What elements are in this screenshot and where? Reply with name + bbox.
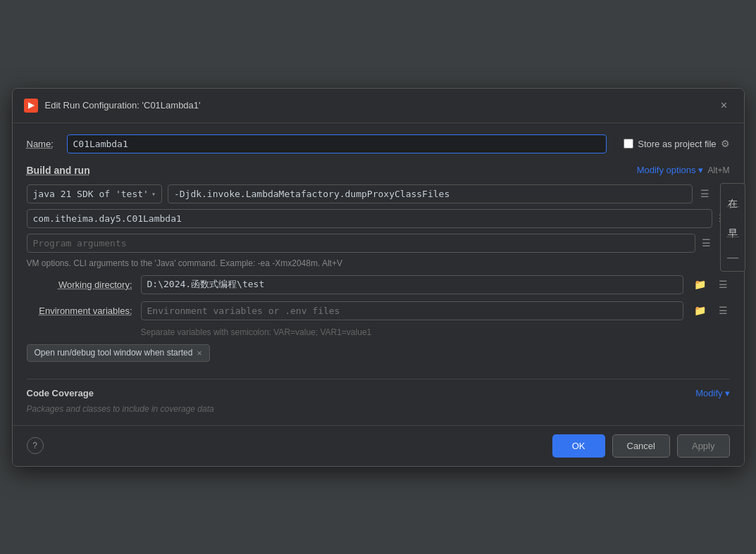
apply-button[interactable]: Apply <box>677 434 730 458</box>
sdk-selector[interactable]: java 21 SDK of 'test' ▾ <box>27 184 162 203</box>
store-row: Store as project file ⚙ <box>624 138 729 149</box>
side-text-1: 在 <box>726 191 739 192</box>
vm-options-list-icon[interactable]: ☰ <box>698 186 712 201</box>
side-panel: 在 早 — <box>720 183 745 272</box>
ok-button[interactable]: OK <box>552 434 605 458</box>
store-project-checkbox[interactable] <box>624 139 633 149</box>
dialog-footer: ? OK Cancel Apply <box>13 425 744 466</box>
gear-icon[interactable]: ⚙ <box>721 138 730 149</box>
working-dir-input[interactable] <box>141 275 683 294</box>
dialog-title: Edit Run Configuration: 'C01Lambda1' <box>45 100 709 111</box>
title-bar: ▶ Edit Run Configuration: 'C01Lambda1' × <box>13 89 744 123</box>
edit-run-config-dialog: ▶ Edit Run Configuration: 'C01Lambda1' ×… <box>12 88 745 467</box>
name-input[interactable] <box>67 134 607 153</box>
close-button[interactable]: × <box>716 97 733 114</box>
chevron-down-icon: ▾ <box>698 165 703 175</box>
modify-options-button[interactable]: Modify options ▾ <box>637 165 704 175</box>
modify-chevron-icon: ▾ <box>725 388 730 398</box>
divider <box>27 379 730 379</box>
env-vars-label: Environment variables: <box>27 306 132 316</box>
env-hint: Separate variables with semicolon: VAR=v… <box>141 327 730 337</box>
tag-close-button[interactable]: × <box>197 348 202 358</box>
code-coverage-title: Code Coverage <box>27 388 94 398</box>
program-args-row: ☰ ⤢ <box>27 234 730 253</box>
name-label: Name: <box>27 139 58 149</box>
open-tool-window-tag: Open run/debug tool window when started … <box>27 344 210 362</box>
side-minus-1: — <box>727 251 738 264</box>
build-run-header: Build and run Modify options ▾ Alt+M <box>27 165 730 176</box>
side-text-2: 早 <box>726 221 739 222</box>
name-row: Name: Store as project file ⚙ <box>27 134 730 153</box>
env-vars-row: Environment variables: 📁 ☰ <box>27 301 730 320</box>
vm-options-input[interactable] <box>168 184 693 203</box>
dialog-content: Name: Store as project file ⚙ Build and … <box>13 123 744 425</box>
app-icon: ▶ <box>24 99 38 113</box>
store-project-label: Store as project file <box>638 139 716 149</box>
working-dir-browse-icon[interactable]: 📁 <box>692 277 708 292</box>
main-class-input[interactable] <box>27 209 712 228</box>
modify-options-shortcut: Alt+M <box>707 165 729 175</box>
side-divider <box>726 206 739 207</box>
working-dir-row: Working directory: 📁 ☰ <box>27 275 730 294</box>
cancel-button[interactable]: Cancel <box>612 434 670 458</box>
working-dir-label: Working directory: <box>27 279 132 290</box>
main-class-row: ☰ <box>27 209 730 228</box>
packages-hint: Packages and classes to include in cover… <box>27 404 730 414</box>
footer-buttons: OK Cancel Apply <box>552 434 730 458</box>
code-coverage-modify-button[interactable]: Modify ▾ <box>695 388 729 398</box>
program-args-list-icon[interactable]: ☰ <box>700 235 713 251</box>
env-vars-browse-icon[interactable]: 📁 <box>692 303 708 318</box>
modify-options-area: Modify options ▾ Alt+M <box>637 165 730 175</box>
side-divider-2 <box>726 237 739 237</box>
build-run-title: Build and run <box>27 165 90 176</box>
working-dir-list-icon[interactable]: ☰ <box>717 277 730 292</box>
code-coverage-section: Code Coverage Modify ▾ <box>27 388 730 398</box>
program-args-input[interactable] <box>27 234 695 253</box>
help-button[interactable]: ? <box>27 437 44 454</box>
env-vars-input[interactable] <box>141 301 683 320</box>
sdk-vm-row: java 21 SDK of 'test' ▾ ☰ ⤢ <box>27 184 730 203</box>
env-vars-list-icon[interactable]: ☰ <box>717 303 730 318</box>
vm-hint: VM options. CLI arguments to the 'Java' … <box>27 258 730 268</box>
sdk-chevron-icon: ▾ <box>151 190 156 198</box>
